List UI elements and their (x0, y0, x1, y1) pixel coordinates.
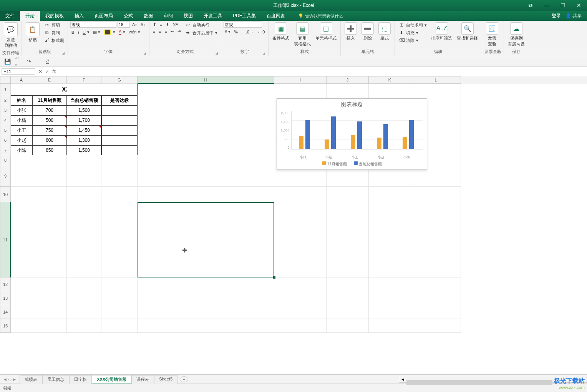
cell-F3[interactable]: 1,500 (67, 105, 101, 115)
cell-L1[interactable] (411, 84, 461, 95)
cell-J15[interactable] (327, 319, 369, 333)
tab-开发工具[interactable]: 开发工具 (198, 11, 227, 21)
invoice-check-button[interactable]: 🧾发票 查验 (484, 22, 500, 48)
cell-L15[interactable] (411, 319, 461, 333)
cell-A13[interactable] (11, 291, 32, 305)
indent-increase-icon[interactable]: ⇥ (176, 28, 182, 34)
row-header-12[interactable]: 12 (0, 277, 11, 291)
cell-H3[interactable] (138, 105, 274, 115)
sort-filter-button[interactable]: A↓Z排序和筛选 (429, 22, 454, 42)
format-cells-button[interactable]: ⬚格式 (377, 22, 392, 42)
login-link[interactable]: 登录 (552, 13, 561, 19)
cell-A15[interactable] (11, 319, 32, 333)
cell-E15[interactable] (32, 319, 67, 333)
align-top-icon[interactable]: ⬆ (152, 22, 158, 27)
minimize-window-icon[interactable]: — (539, 0, 555, 11)
select-all-corner[interactable] (0, 76, 11, 84)
hscroll-left-icon[interactable]: ◄ (399, 377, 406, 382)
number-format-combo[interactable] (224, 22, 262, 28)
cell-G7[interactable] (101, 145, 138, 155)
cell-H2[interactable] (138, 95, 274, 105)
cell-G15[interactable] (101, 319, 138, 333)
cell-E6[interactable]: 600 (32, 135, 67, 145)
cell-E14[interactable] (32, 305, 67, 319)
cell-F14[interactable] (67, 305, 101, 319)
comma-icon[interactable]: , (240, 29, 244, 35)
chart-bar[interactable] (409, 120, 414, 149)
save-icon[interactable]: 💾 (4, 58, 11, 65)
tab-我的模板[interactable]: 我的模板 (40, 11, 69, 21)
cell-H9[interactable] (138, 165, 274, 187)
tab-scroll-first-icon[interactable]: ◄ (3, 377, 7, 382)
find-select-button[interactable]: 🔍查找和选择 (455, 22, 479, 42)
col-header-L[interactable]: L (411, 76, 461, 84)
tab-scroll-next-icon[interactable]: › (10, 377, 12, 382)
sheet-tab-课程表[interactable]: 课程表 (131, 375, 154, 384)
cell-A2[interactable]: 姓名 (11, 95, 32, 105)
worksheet[interactable]: AEFGHIJKL1XXX公司2姓名11月销售额当前总销售额是否达标3小张700… (0, 76, 587, 374)
chart-bar[interactable] (383, 124, 388, 149)
increase-decimal-icon[interactable]: .0→ (245, 29, 255, 35)
row-header-9[interactable]: 9 (0, 165, 11, 187)
sheet-tab-成绩表[interactable]: 成绩表 (20, 375, 42, 384)
cell-I10[interactable] (274, 187, 327, 202)
cell-K10[interactable] (369, 187, 411, 202)
tab-scroll-prev-icon[interactable]: ‹ (8, 377, 10, 382)
row-header-5[interactable]: 5 (0, 125, 11, 135)
cell-A4[interactable]: 小杨 (11, 115, 32, 125)
cell-G13[interactable] (101, 291, 138, 305)
cell-G9[interactable] (101, 165, 138, 187)
row-header-14[interactable]: 14 (0, 305, 11, 319)
col-header-E[interactable]: E (32, 76, 67, 84)
undo-icon[interactable]: ↶ ▾ (15, 58, 22, 65)
cell-A5[interactable]: 小王 (11, 125, 32, 135)
cell-J1[interactable] (327, 84, 369, 95)
cell-E3[interactable]: 700 (32, 105, 67, 115)
decrease-font-icon[interactable]: A↓ (139, 22, 147, 27)
cell-I15[interactable] (274, 319, 327, 333)
cell-A7[interactable]: 小陈 (11, 145, 32, 155)
cell-E11[interactable] (32, 202, 67, 277)
cell-G4[interactable] (101, 115, 138, 125)
cell-I11[interactable] (274, 202, 327, 277)
cell-I13[interactable] (274, 291, 327, 305)
cell-L11[interactable] (411, 202, 461, 277)
cell-H5[interactable] (138, 125, 274, 135)
row-header-13[interactable]: 13 (0, 291, 11, 305)
row-header-11[interactable]: 11 (0, 202, 11, 277)
row-header-3[interactable]: 3 (0, 105, 11, 115)
row-header-4[interactable]: 4 (0, 115, 11, 125)
cell-K14[interactable] (369, 305, 411, 319)
row-header-7[interactable]: 7 (0, 145, 11, 155)
align-bottom-icon[interactable]: ⬇ (164, 22, 170, 27)
row-header-1[interactable]: 1 (0, 84, 11, 95)
format-painter-button[interactable]: 🖌格式刷 (43, 37, 65, 44)
legend-item[interactable]: 11月销售额 (322, 161, 347, 167)
cell-G5[interactable] (101, 125, 138, 135)
font-color-button[interactable]: A▾ (118, 29, 126, 35)
tell-me-search[interactable]: 💡 告诉我您想要做什么... (298, 13, 347, 19)
cell-G3[interactable] (101, 105, 138, 115)
align-left-icon[interactable]: ≡ (152, 29, 156, 34)
tab-页面布局[interactable]: 页面布局 (89, 11, 118, 21)
save-to-baidu-button[interactable]: ☁保存到 百度网盘 (506, 22, 526, 48)
restore-window-icon[interactable]: ⧉ (522, 0, 539, 11)
cell-F12[interactable] (67, 277, 101, 291)
row-header-15[interactable]: 15 (0, 319, 11, 333)
cell-F10[interactable] (67, 187, 101, 202)
cell-H12[interactable] (138, 277, 274, 291)
cell-E8[interactable] (32, 155, 67, 165)
close-window-icon[interactable]: ✕ (571, 0, 587, 11)
cell-E2[interactable]: 11月销售额 (32, 95, 67, 105)
fill-handle[interactable] (273, 276, 275, 279)
tab-插入[interactable]: 插入 (69, 11, 89, 21)
cell-J13[interactable] (327, 291, 369, 305)
comment-indicator-icon[interactable] (99, 126, 101, 128)
cell-H7[interactable] (138, 145, 274, 155)
cell-A11[interactable] (11, 202, 32, 277)
wrap-text-button[interactable]: ↩自动换行 (184, 22, 219, 28)
tab-scroll-last-icon[interactable]: ► (12, 377, 17, 382)
sheet-tab-员工信息[interactable]: 员工信息 (42, 375, 69, 384)
cell-A6[interactable]: 小赵 (11, 135, 32, 145)
cell-I14[interactable] (274, 305, 327, 319)
